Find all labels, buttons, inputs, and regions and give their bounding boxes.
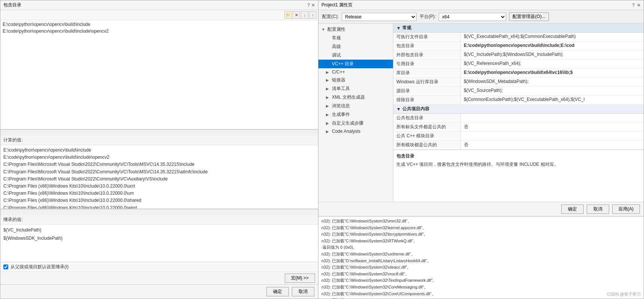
expand-icon-manifest: ▶	[326, 87, 330, 91]
tree-label-cpp: C/C++	[332, 69, 345, 75]
prop-row-ref: 引用目录 $(VC_ReferencesPath_x64);	[393, 60, 644, 69]
expand-icon-config: ▼	[321, 27, 326, 32]
tree-item-code-analysis[interactable]: ▶ Code Analysis	[318, 128, 393, 135]
prop-val-all-modules[interactable]: 否	[461, 141, 644, 149]
right-help-icon[interactable]: ?	[632, 3, 635, 8]
delete-button[interactable]: ✕	[293, 11, 300, 19]
prop-val-exclude[interactable]: $(CommonExcludePath);$(VC_ExecutablePath…	[461, 96, 644, 104]
tree-item-general[interactable]: 常规	[318, 34, 393, 42]
description-area: 包含目录 生成 VC++ 项目间，搜索包含文件时使用的路径。与环境变量 INCL…	[393, 150, 644, 176]
log-line-2: n32): 已加载"C:\Windows\System32\bcryptprim…	[321, 231, 641, 238]
tree-label-build-event: 生成事件	[332, 111, 350, 118]
prop-val-ref[interactable]: $(VC_ReferencesPath_x64);	[461, 60, 644, 68]
tree-item-linker[interactable]: ▶ 链接器	[318, 76, 393, 84]
tree-item-manifest[interactable]: ▶ 清单工具	[318, 84, 393, 93]
horizontal-scrollbar-1[interactable]	[0, 129, 318, 135]
chevron-down-icon: ▼	[396, 26, 401, 31]
include-edit-area[interactable]: E:\code\python\opencv\opencv\build\inclu…	[0, 20, 318, 129]
config-manager-button[interactable]: 配置管理器(O)...	[509, 12, 548, 21]
prop-key-lib: 库目录	[393, 69, 461, 77]
tree-item-browse[interactable]: ▶ 浏览信息	[318, 102, 393, 110]
cancel-button-left[interactable]: 取消	[292, 287, 314, 296]
prop-val-ext-include[interactable]: $(VC_IncludePath);$(WindowsSDK_IncludePa…	[461, 51, 644, 59]
expand-icon-browse: ▶	[326, 104, 330, 108]
right-close-icon[interactable]: ✕	[637, 3, 641, 8]
prop-val-winrt[interactable]: $(WindowsSDK_MetadataPath);	[461, 78, 644, 86]
inherit-checkbox[interactable]	[3, 264, 8, 269]
platform-select[interactable]: x64	[439, 13, 506, 21]
log-line-11: n32): 已加载"C:\Windows\System32\CoreUIComp…	[321, 291, 641, 297]
prop-row-src: 源目录 $(VC_SourcePath);	[393, 87, 644, 96]
prop-key-winrt: Windows 运行库目录	[393, 78, 461, 86]
props-pane: ▼ 常规 可执行文件目录 $(VC_ExecutablePath_x64);$(…	[393, 24, 644, 202]
ok-button-left[interactable]: 确定	[266, 287, 289, 296]
desc-text: 生成 VC++ 项目间，搜索包含文件时使用的路径。与环境变量 INCLUDE 相…	[396, 161, 641, 168]
prop-val-all-public[interactable]: 否	[461, 123, 644, 131]
prop-row-all-public: 所有标头文件都是公共的 否	[393, 123, 644, 132]
apply-button-right[interactable]: 应用(A)	[612, 204, 640, 214]
log-line-4: ·返回值为 0 (0x0)。	[321, 244, 641, 251]
prop-row-winrt: Windows 运行库目录 $(WindowsSDK_MetadataPath)…	[393, 78, 644, 87]
prop-val-executable[interactable]: $(VC_ExecutablePath_x64);$(CommonExecuta…	[461, 33, 644, 41]
prop-val-cppmod[interactable]	[461, 132, 644, 140]
csdn-watermark: CSDN @骨子带刀	[607, 291, 641, 297]
prop-key-exclude: 排除目录	[393, 96, 461, 104]
horizontal-scrollbar-2[interactable]	[0, 209, 318, 215]
macro-button[interactable]: 宏(M) >>	[285, 273, 315, 283]
public-section-header: ▼ 公共项目内容	[393, 105, 644, 114]
computed-line-5: C:\Program Files (x86)\Windows Kits\10\I…	[3, 183, 315, 190]
tree-label-browse: 浏览信息	[332, 103, 350, 109]
expand-icon-linker: ▶	[326, 78, 330, 82]
checkbox-row: 从父级或项目默认设置继承(I)	[0, 262, 318, 272]
prop-key-executable: 可执行文件目录	[393, 33, 461, 41]
right-content: ▼ 配置属性 常规 高级 调试 VC++ 目录	[318, 24, 644, 202]
tree-label-config: 配置属性	[327, 26, 345, 33]
expand-icon-build-event: ▶	[326, 113, 330, 117]
prop-row-exclude: 排除目录 $(CommonExcludePath);$(VC_Executabl…	[393, 96, 644, 105]
desc-title: 包含目录	[396, 153, 641, 159]
log-line-5: n32): 已加载"C:\Windows\System32\uxtheme.dl…	[321, 251, 641, 258]
prop-key-include: 包含目录	[393, 42, 461, 50]
computed-line-3: C:\Program Files\Microsoft Visual Studio…	[3, 168, 315, 176]
prop-val-public-include[interactable]	[461, 114, 644, 122]
prop-val-include[interactable]: E:\code\python\opencv\opencv\build\inclu…	[461, 42, 644, 50]
left-panel: 包含目录 ? ✕ 📁 ✕ ↓ ↑ E:\code\python\opencv\o…	[0, 0, 318, 299]
expand-icon-code-analysis: ▶	[326, 129, 330, 134]
help-icon[interactable]: ?	[307, 3, 310, 8]
tree-label-code-analysis: Code Analysis	[332, 129, 360, 134]
log-line-3: n32): 已加载"C:\Windows\System32\RTWorkQ.dl…	[321, 238, 641, 245]
titlebar-buttons: ? ✕	[307, 3, 315, 8]
general-section-label: 常规	[402, 25, 411, 31]
tree-item-cpp[interactable]: ▶ C/C++	[318, 68, 393, 76]
tree-label-advanced: 高级	[332, 44, 341, 50]
upper-right: ▼ 配置属性 常规 高级 调试 VC++ 目录	[318, 24, 644, 216]
cancel-button-right[interactable]: 取消	[587, 204, 609, 214]
prop-row-all-modules: 所有模块都是公共的 否	[393, 141, 644, 150]
computed-line-4: C:\Program Files\Microsoft Visual Studio…	[3, 176, 315, 183]
tree-label-manifest: 清单工具	[332, 86, 350, 92]
tree-label-debug: 调试	[332, 52, 341, 59]
prop-row-public-include: 公共包含目录	[393, 114, 644, 123]
computed-line-0: E:\code\python\opencv\opencv\build\inclu…	[3, 147, 315, 154]
general-section-header: ▼ 常规	[393, 24, 644, 33]
prop-val-src[interactable]: $(VC_SourcePath);	[461, 87, 644, 95]
macro-row: 宏(M) >>	[0, 272, 318, 284]
tree-item-custom-build[interactable]: ▶ 自定义生成步骤	[318, 119, 393, 128]
tree-item-advanced[interactable]: 高级	[318, 42, 393, 51]
tree-item-config[interactable]: ▼ 配置属性	[318, 25, 393, 34]
ok-button-right[interactable]: 确定	[561, 204, 584, 214]
computed-line-1: E:\code\python\opencv\opencv\build\inclu…	[3, 154, 315, 161]
tree-item-debug[interactable]: 调试	[318, 51, 393, 60]
tree-item-build-event[interactable]: ▶ 生成事件	[318, 110, 393, 119]
prop-val-lib[interactable]: E:\code\python\opencv\opencv\build\x64\v…	[461, 69, 644, 77]
move-down-button[interactable]: ↓	[301, 11, 308, 19]
inherit-checkbox-label: 从父级或项目默认设置继承(I)	[10, 264, 69, 270]
chevron-down-icon-public: ▼	[396, 107, 401, 112]
config-select[interactable]: Release	[342, 13, 417, 21]
computed-line-8: C:\Program Files (x86)\Windows Kits\10\I…	[3, 204, 315, 209]
close-icon[interactable]: ✕	[311, 3, 315, 8]
move-up-button[interactable]: ↑	[309, 11, 317, 19]
tree-item-vcpp[interactable]: VC++ 目录	[318, 60, 393, 68]
folder-button[interactable]: 📁	[284, 11, 292, 19]
tree-item-xmldoc[interactable]: ▶ XML 文档生成器	[318, 93, 393, 102]
